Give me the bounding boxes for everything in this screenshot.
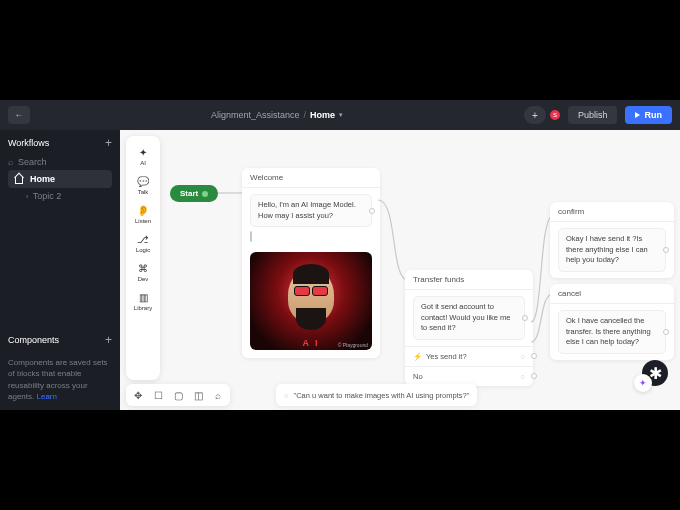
- caret-right-icon: ›: [26, 193, 28, 200]
- plus-icon: +: [532, 110, 538, 121]
- tool-dev[interactable]: ⌘Dev: [129, 258, 157, 285]
- circle-icon: ○: [284, 391, 289, 400]
- start-node[interactable]: Start: [170, 185, 218, 202]
- sidebar-workflows-header: Workflows +: [8, 136, 112, 150]
- sidebar-search[interactable]: ⌕ Search: [8, 154, 112, 170]
- port-icon: ○: [520, 372, 525, 381]
- topbar: ← Alignment_Assistance / Home ▾ + S Publ…: [0, 100, 680, 130]
- start-port[interactable]: [202, 191, 208, 197]
- run-button[interactable]: Run: [625, 106, 672, 124]
- prompt-pill[interactable]: ○ "Can u want to make images with AI usi…: [276, 384, 477, 406]
- comment-tool[interactable]: ☐: [152, 389, 164, 401]
- confirm-message: Okay I have send it ?Is there anything e…: [558, 228, 666, 272]
- library-icon: ▥: [136, 290, 150, 304]
- cancel-card-header: cancel: [550, 284, 674, 304]
- toolbox: ✦AI 💬Talk 👂Listen ⎇Logic ⌘Dev ▥Library: [126, 136, 160, 380]
- transfer-card-header: Transfer funds: [405, 270, 533, 290]
- branch-icon: ⎇: [136, 232, 150, 246]
- tool-ai[interactable]: ✦AI: [129, 142, 157, 169]
- search-icon: ⌕: [8, 157, 13, 167]
- ai-text-label: A I: [302, 338, 319, 348]
- sidebar-item-home[interactable]: Home: [8, 170, 112, 188]
- ear-icon: 👂: [136, 203, 150, 217]
- confirm-port[interactable]: [663, 247, 669, 253]
- tool-talk[interactable]: 💬Talk: [129, 171, 157, 198]
- welcome-port[interactable]: [369, 208, 375, 214]
- sparkle-icon: ✦: [136, 145, 150, 159]
- confirm-card[interactable]: confirm Okay I have send it ?Is there an…: [550, 202, 674, 278]
- cancel-message: Ok I have cancelled the transfer. Is the…: [558, 310, 666, 354]
- letterbox-bottom: [0, 410, 680, 510]
- code-icon: ⌘: [136, 261, 150, 275]
- canvas[interactable]: ✦AI 💬Talk 👂Listen ⎇Logic ⌘Dev ▥Library S…: [120, 130, 680, 410]
- no-port[interactable]: [531, 373, 537, 379]
- confirm-card-header: confirm: [550, 202, 674, 222]
- transfer-option-yes[interactable]: ⚡Yes send it? ○: [405, 346, 533, 366]
- transfer-message: Got it send account to contact! Would yo…: [413, 296, 525, 340]
- ai-image: A I © Playground: [250, 252, 372, 350]
- tool-library[interactable]: ▥Library: [129, 287, 157, 314]
- sidebar-item-topic2[interactable]: › Topic 2: [8, 188, 112, 204]
- publish-label: Publish: [578, 110, 608, 120]
- move-tool[interactable]: ✥: [132, 389, 144, 401]
- sidebar-components-header: Components +: [8, 333, 112, 347]
- cancel-card[interactable]: cancel Ok I have cancelled the transfer.…: [550, 284, 674, 360]
- shape-tool[interactable]: ◫: [192, 389, 204, 401]
- user-badge[interactable]: S: [550, 110, 560, 120]
- chat-icon: 💬: [136, 174, 150, 188]
- search-label: Search: [18, 157, 47, 167]
- tool-logic[interactable]: ⎇Logic: [129, 229, 157, 256]
- sparkle-icon: ✦: [639, 378, 647, 388]
- welcome-card[interactable]: Welcome Hello, I'm an AI Image Model. Ho…: [242, 168, 380, 358]
- transfer-option-no[interactable]: No ○: [405, 366, 533, 386]
- publish-button[interactable]: Publish: [568, 106, 618, 124]
- start-label: Start: [180, 189, 198, 198]
- sidebar: Workflows + ⌕ Search Home › Topic 2: [0, 130, 120, 410]
- select-tool[interactable]: ▢: [172, 389, 184, 401]
- workflows-label: Workflows: [8, 138, 49, 148]
- letterbox-top: [0, 0, 680, 100]
- breadcrumb: Alignment_Assistance / Home ▾: [211, 110, 343, 120]
- arrow-left-icon: ←: [15, 110, 24, 120]
- transfer-card[interactable]: Transfer funds Got it send account to co…: [405, 270, 533, 386]
- add-workflow-button[interactable]: +: [105, 136, 112, 150]
- components-help-text: Components are saved sets of blocks that…: [0, 357, 120, 410]
- chevron-down-icon[interactable]: ▾: [339, 111, 343, 119]
- back-button[interactable]: ←: [8, 106, 30, 124]
- add-collaborator-button[interactable]: +: [524, 106, 546, 124]
- run-label: Run: [644, 110, 662, 120]
- app-window: ← Alignment_Assistance / Home ▾ + S Publ…: [0, 100, 680, 410]
- transfer-port[interactable]: [522, 315, 528, 321]
- home-label: Home: [30, 174, 55, 184]
- main: Workflows + ⌕ Search Home › Topic 2: [0, 130, 680, 410]
- topic2-label: Topic 2: [33, 191, 62, 201]
- breadcrumb-project[interactable]: Alignment_Assistance: [211, 110, 300, 120]
- bottom-toolbar: ✥ ☐ ▢ ◫ ⌕: [126, 384, 230, 406]
- add-component-button[interactable]: +: [105, 333, 112, 347]
- checkbox-icon[interactable]: [250, 231, 252, 242]
- welcome-card-header: Welcome: [242, 168, 380, 188]
- breadcrumb-separator: /: [303, 110, 306, 120]
- ai-fab[interactable]: ✦: [634, 374, 652, 392]
- breadcrumb-page[interactable]: Home: [310, 110, 335, 120]
- image-credit: © Playground: [338, 342, 368, 348]
- play-icon: [635, 112, 640, 118]
- prompt-text: "Can u want to make images with AI using…: [294, 391, 470, 400]
- components-label: Components: [8, 335, 59, 345]
- tool-listen[interactable]: 👂Listen: [129, 200, 157, 227]
- welcome-message: Hello, I'm an AI Image Model. How may I …: [250, 194, 372, 227]
- cancel-port[interactable]: [663, 329, 669, 335]
- learn-link[interactable]: Learn: [36, 392, 56, 401]
- port-icon: ○: [520, 352, 525, 361]
- zoom-tool[interactable]: ⌕: [212, 389, 224, 401]
- home-icon: [14, 174, 24, 184]
- yes-port[interactable]: [531, 353, 537, 359]
- bolt-icon: ⚡: [413, 352, 422, 361]
